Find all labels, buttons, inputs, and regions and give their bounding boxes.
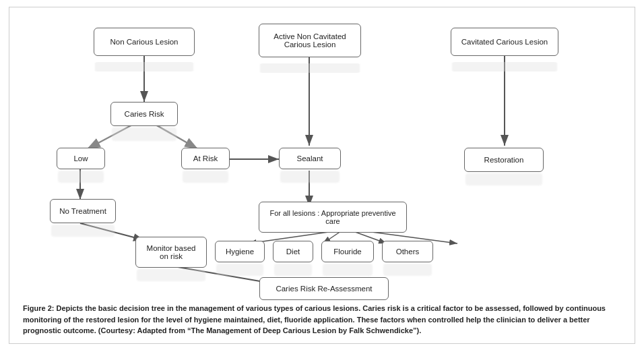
- diagram-area: Non Carious Lesion Active Non Cavitated …: [20, 14, 626, 297]
- box-monitor: Monitor based on risk: [135, 237, 207, 268]
- box-caries-risk: Caries Risk: [110, 102, 178, 126]
- box-active-non-cavitated: Active Non Cavitated Carious Lesion: [259, 24, 361, 57]
- box-non-carious: Non Carious Lesion: [94, 28, 195, 56]
- box-for-all-lesions: For all lesions : Appropriate preventive…: [259, 202, 407, 233]
- box-flouride: Flouride: [321, 241, 374, 262]
- box-sealant: Sealant: [279, 148, 341, 169]
- figure-container: Non Carious Lesion Active Non Cavitated …: [9, 7, 635, 344]
- caption-text: Figure 2: Depicts the basic decision tre…: [23, 304, 606, 334]
- box-hygiene: Hygiene: [215, 241, 265, 262]
- box-cavitated: Cavitated Carious Lesion: [451, 28, 558, 56]
- box-no-treatment: No Treatment: [50, 199, 116, 223]
- figure-caption: Figure 2: Depicts the basic decision tre…: [20, 303, 624, 337]
- box-caries-reassessment: Caries Risk Re-Assessment: [259, 277, 389, 300]
- box-at-risk: At Risk: [181, 148, 230, 169]
- box-diet: Diet: [273, 241, 313, 262]
- box-restoration: Restoration: [464, 148, 544, 172]
- box-others: Others: [382, 241, 433, 262]
- box-low: Low: [57, 148, 105, 169]
